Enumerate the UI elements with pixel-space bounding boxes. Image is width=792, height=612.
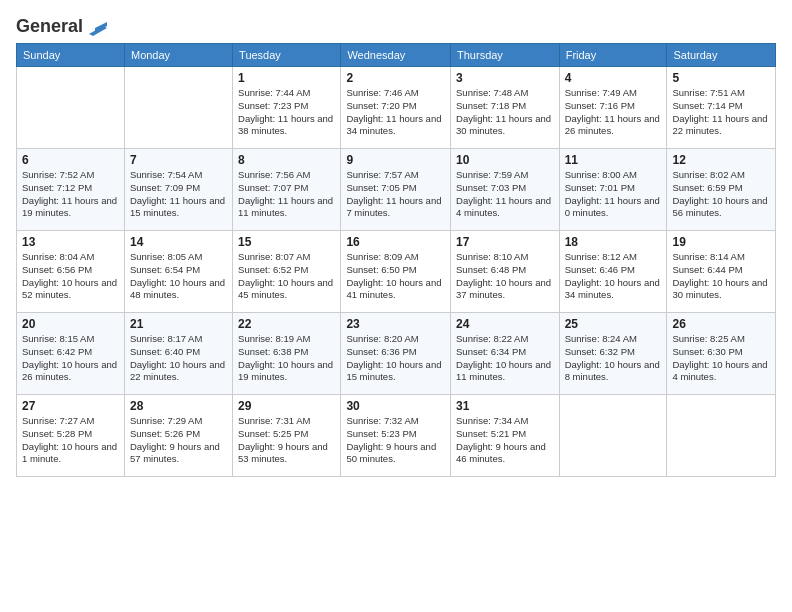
day-info: Sunrise: 8:05 AM Sunset: 6:54 PM Dayligh…	[130, 251, 227, 302]
logo-general: General	[16, 16, 83, 37]
day-info: Sunrise: 7:56 AM Sunset: 7:07 PM Dayligh…	[238, 169, 335, 220]
day-info: Sunrise: 7:48 AM Sunset: 7:18 PM Dayligh…	[456, 87, 554, 138]
day-info: Sunrise: 8:19 AM Sunset: 6:38 PM Dayligh…	[238, 333, 335, 384]
day-number: 20	[22, 317, 119, 331]
calendar-cell: 30Sunrise: 7:32 AM Sunset: 5:23 PM Dayli…	[341, 395, 451, 477]
calendar-cell: 6Sunrise: 7:52 AM Sunset: 7:12 PM Daylig…	[17, 149, 125, 231]
calendar-cell: 7Sunrise: 7:54 AM Sunset: 7:09 PM Daylig…	[124, 149, 232, 231]
day-info: Sunrise: 7:34 AM Sunset: 5:21 PM Dayligh…	[456, 415, 554, 466]
day-info: Sunrise: 8:07 AM Sunset: 6:52 PM Dayligh…	[238, 251, 335, 302]
day-info: Sunrise: 8:10 AM Sunset: 6:48 PM Dayligh…	[456, 251, 554, 302]
header: General	[16, 16, 776, 33]
day-number: 17	[456, 235, 554, 249]
day-number: 3	[456, 71, 554, 85]
day-number: 31	[456, 399, 554, 413]
calendar-cell: 12Sunrise: 8:02 AM Sunset: 6:59 PM Dayli…	[667, 149, 776, 231]
day-info: Sunrise: 7:52 AM Sunset: 7:12 PM Dayligh…	[22, 169, 119, 220]
day-number: 12	[672, 153, 770, 167]
day-info: Sunrise: 7:49 AM Sunset: 7:16 PM Dayligh…	[565, 87, 662, 138]
week-row-2: 13Sunrise: 8:04 AM Sunset: 6:56 PM Dayli…	[17, 231, 776, 313]
day-number: 25	[565, 317, 662, 331]
calendar-cell: 27Sunrise: 7:27 AM Sunset: 5:28 PM Dayli…	[17, 395, 125, 477]
weekday-header-tuesday: Tuesday	[233, 44, 341, 67]
day-number: 1	[238, 71, 335, 85]
day-info: Sunrise: 7:44 AM Sunset: 7:23 PM Dayligh…	[238, 87, 335, 138]
day-number: 8	[238, 153, 335, 167]
day-number: 5	[672, 71, 770, 85]
calendar-cell: 19Sunrise: 8:14 AM Sunset: 6:44 PM Dayli…	[667, 231, 776, 313]
day-info: Sunrise: 8:12 AM Sunset: 6:46 PM Dayligh…	[565, 251, 662, 302]
day-info: Sunrise: 8:14 AM Sunset: 6:44 PM Dayligh…	[672, 251, 770, 302]
calendar-cell: 11Sunrise: 8:00 AM Sunset: 7:01 PM Dayli…	[559, 149, 667, 231]
day-info: Sunrise: 7:32 AM Sunset: 5:23 PM Dayligh…	[346, 415, 445, 466]
calendar-cell: 22Sunrise: 8:19 AM Sunset: 6:38 PM Dayli…	[233, 313, 341, 395]
calendar-cell: 15Sunrise: 8:07 AM Sunset: 6:52 PM Dayli…	[233, 231, 341, 313]
day-info: Sunrise: 8:17 AM Sunset: 6:40 PM Dayligh…	[130, 333, 227, 384]
day-info: Sunrise: 8:02 AM Sunset: 6:59 PM Dayligh…	[672, 169, 770, 220]
calendar-cell: 13Sunrise: 8:04 AM Sunset: 6:56 PM Dayli…	[17, 231, 125, 313]
calendar-cell: 31Sunrise: 7:34 AM Sunset: 5:21 PM Dayli…	[451, 395, 560, 477]
day-info: Sunrise: 7:54 AM Sunset: 7:09 PM Dayligh…	[130, 169, 227, 220]
day-info: Sunrise: 8:20 AM Sunset: 6:36 PM Dayligh…	[346, 333, 445, 384]
calendar-cell	[17, 67, 125, 149]
calendar-cell: 10Sunrise: 7:59 AM Sunset: 7:03 PM Dayli…	[451, 149, 560, 231]
day-number: 15	[238, 235, 335, 249]
calendar-cell: 23Sunrise: 8:20 AM Sunset: 6:36 PM Dayli…	[341, 313, 451, 395]
calendar-cell	[124, 67, 232, 149]
day-number: 27	[22, 399, 119, 413]
week-row-3: 20Sunrise: 8:15 AM Sunset: 6:42 PM Dayli…	[17, 313, 776, 395]
calendar-cell	[559, 395, 667, 477]
week-row-1: 6Sunrise: 7:52 AM Sunset: 7:12 PM Daylig…	[17, 149, 776, 231]
week-row-0: 1Sunrise: 7:44 AM Sunset: 7:23 PM Daylig…	[17, 67, 776, 149]
day-number: 6	[22, 153, 119, 167]
weekday-header-sunday: Sunday	[17, 44, 125, 67]
calendar-cell: 4Sunrise: 7:49 AM Sunset: 7:16 PM Daylig…	[559, 67, 667, 149]
weekday-header-saturday: Saturday	[667, 44, 776, 67]
day-number: 9	[346, 153, 445, 167]
weekday-header-row: SundayMondayTuesdayWednesdayThursdayFrid…	[17, 44, 776, 67]
day-info: Sunrise: 8:09 AM Sunset: 6:50 PM Dayligh…	[346, 251, 445, 302]
calendar-cell: 24Sunrise: 8:22 AM Sunset: 6:34 PM Dayli…	[451, 313, 560, 395]
day-number: 26	[672, 317, 770, 331]
day-number: 4	[565, 71, 662, 85]
calendar-cell: 25Sunrise: 8:24 AM Sunset: 6:32 PM Dayli…	[559, 313, 667, 395]
calendar-cell: 8Sunrise: 7:56 AM Sunset: 7:07 PM Daylig…	[233, 149, 341, 231]
day-number: 28	[130, 399, 227, 413]
week-row-4: 27Sunrise: 7:27 AM Sunset: 5:28 PM Dayli…	[17, 395, 776, 477]
day-info: Sunrise: 7:29 AM Sunset: 5:26 PM Dayligh…	[130, 415, 227, 466]
day-info: Sunrise: 8:00 AM Sunset: 7:01 PM Dayligh…	[565, 169, 662, 220]
day-number: 16	[346, 235, 445, 249]
calendar-cell: 16Sunrise: 8:09 AM Sunset: 6:50 PM Dayli…	[341, 231, 451, 313]
calendar-cell: 28Sunrise: 7:29 AM Sunset: 5:26 PM Dayli…	[124, 395, 232, 477]
calendar-table: SundayMondayTuesdayWednesdayThursdayFrid…	[16, 43, 776, 477]
day-info: Sunrise: 8:04 AM Sunset: 6:56 PM Dayligh…	[22, 251, 119, 302]
day-info: Sunrise: 8:25 AM Sunset: 6:30 PM Dayligh…	[672, 333, 770, 384]
calendar-cell: 26Sunrise: 8:25 AM Sunset: 6:30 PM Dayli…	[667, 313, 776, 395]
page: General SundayMondayTuesdayWednesdayThur…	[0, 0, 792, 612]
calendar-cell: 1Sunrise: 7:44 AM Sunset: 7:23 PM Daylig…	[233, 67, 341, 149]
calendar-cell: 3Sunrise: 7:48 AM Sunset: 7:18 PM Daylig…	[451, 67, 560, 149]
weekday-header-thursday: Thursday	[451, 44, 560, 67]
calendar-cell: 14Sunrise: 8:05 AM Sunset: 6:54 PM Dayli…	[124, 231, 232, 313]
day-info: Sunrise: 7:57 AM Sunset: 7:05 PM Dayligh…	[346, 169, 445, 220]
day-info: Sunrise: 7:46 AM Sunset: 7:20 PM Dayligh…	[346, 87, 445, 138]
day-number: 23	[346, 317, 445, 331]
day-number: 18	[565, 235, 662, 249]
day-info: Sunrise: 7:59 AM Sunset: 7:03 PM Dayligh…	[456, 169, 554, 220]
day-number: 13	[22, 235, 119, 249]
day-info: Sunrise: 7:31 AM Sunset: 5:25 PM Dayligh…	[238, 415, 335, 466]
logo-icon	[85, 18, 107, 36]
day-number: 10	[456, 153, 554, 167]
day-number: 30	[346, 399, 445, 413]
calendar-cell: 18Sunrise: 8:12 AM Sunset: 6:46 PM Dayli…	[559, 231, 667, 313]
day-number: 29	[238, 399, 335, 413]
day-info: Sunrise: 7:51 AM Sunset: 7:14 PM Dayligh…	[672, 87, 770, 138]
calendar-cell: 21Sunrise: 8:17 AM Sunset: 6:40 PM Dayli…	[124, 313, 232, 395]
calendar-cell: 29Sunrise: 7:31 AM Sunset: 5:25 PM Dayli…	[233, 395, 341, 477]
day-number: 14	[130, 235, 227, 249]
weekday-header-monday: Monday	[124, 44, 232, 67]
day-number: 7	[130, 153, 227, 167]
logo: General	[16, 16, 107, 33]
day-number: 24	[456, 317, 554, 331]
weekday-header-wednesday: Wednesday	[341, 44, 451, 67]
